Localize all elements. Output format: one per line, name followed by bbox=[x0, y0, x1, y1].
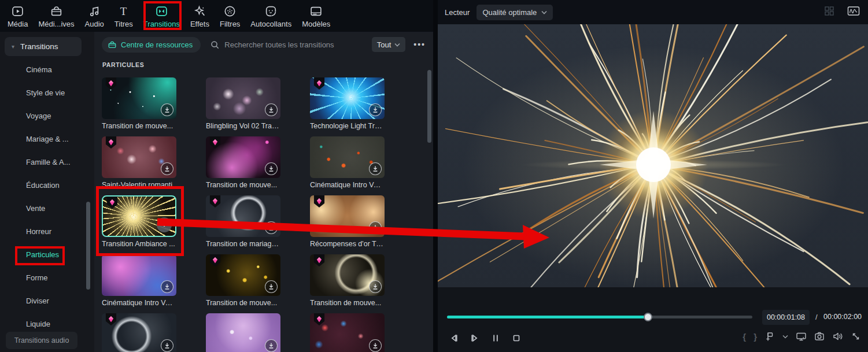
download-icon[interactable] bbox=[265, 162, 278, 175]
transition-card[interactable] bbox=[102, 313, 176, 352]
transition-card[interactable]: Transition de mouve... bbox=[206, 254, 280, 313]
quality-dropdown[interactable]: Qualité optimale bbox=[477, 5, 553, 20]
tab-filters[interactable]: Filtres bbox=[215, 0, 245, 32]
pro-badge-icon bbox=[106, 197, 118, 212]
card-title: Saint-Valentin romanti bbox=[102, 181, 176, 189]
display-device-icon[interactable] bbox=[796, 331, 807, 342]
download-icon[interactable] bbox=[161, 103, 173, 116]
transition-card[interactable]: Transition de mouve... bbox=[102, 77, 176, 136]
audio-transitions-button[interactable]: Transitions audio bbox=[6, 332, 77, 349]
tab-media[interactable]: Média bbox=[2, 0, 33, 32]
transitions-icon bbox=[155, 4, 168, 19]
time-separator: / bbox=[815, 313, 818, 321]
transition-card[interactable]: Transition de mouve... bbox=[206, 136, 280, 195]
card-title: Transition de mouve... bbox=[102, 122, 176, 130]
transition-card-selected[interactable]: + Transition Ambiance ... bbox=[102, 195, 176, 254]
download-icon[interactable] bbox=[161, 280, 173, 293]
search-input[interactable]: Rechercher toutes les transitions bbox=[210, 40, 367, 50]
mark-in-icon[interactable]: { bbox=[743, 332, 746, 342]
fullscreen-icon[interactable] bbox=[851, 331, 861, 342]
sidebar-item-cinema[interactable]: Cinéma bbox=[0, 58, 94, 81]
chevron-down-icon bbox=[394, 43, 400, 47]
next-frame-button[interactable] bbox=[468, 331, 482, 345]
video-preview[interactable] bbox=[438, 24, 868, 287]
pro-badge-icon bbox=[313, 77, 325, 92]
add-transition-button[interactable]: + bbox=[157, 217, 172, 232]
download-icon[interactable] bbox=[265, 339, 278, 352]
download-icon[interactable] bbox=[265, 221, 278, 234]
transition-card[interactable]: Saint-Valentin romanti bbox=[102, 136, 176, 195]
download-icon[interactable] bbox=[369, 162, 382, 175]
titles-icon: T bbox=[117, 4, 130, 19]
sidebar-item-style-de-vie[interactable]: Style de vie bbox=[0, 81, 94, 105]
transition-card[interactable] bbox=[206, 313, 280, 352]
card-title: Blingbling Vol 02 Tran... bbox=[206, 122, 280, 130]
current-time: 00:00:01:08 bbox=[762, 310, 810, 325]
sidebar-item-particules[interactable]: Particules bbox=[0, 243, 94, 266]
sidebar-item-horreur[interactable]: Horreur bbox=[0, 220, 94, 243]
sidebar-group-transitions[interactable]: ▾ Transitions bbox=[5, 37, 82, 56]
sidebar-item-famille[interactable]: Famille & A... bbox=[0, 151, 94, 174]
category-sidebar: ▾ Transitions Cinéma Style de vie Voyage… bbox=[0, 32, 94, 352]
download-icon[interactable] bbox=[369, 339, 382, 352]
content-scrollbar[interactable] bbox=[427, 70, 431, 143]
transition-card[interactable]: Cinématique Intro Vol ... bbox=[310, 136, 385, 195]
transition-card[interactable]: Blingbling Vol 02 Tran... bbox=[206, 77, 280, 136]
sidebar-item-forme[interactable]: Forme bbox=[0, 266, 94, 290]
transition-card[interactable] bbox=[310, 313, 385, 352]
seek-bar[interactable] bbox=[447, 316, 752, 318]
transition-card[interactable]: Récompenses d'or Tra... bbox=[310, 195, 385, 254]
tab-templates[interactable]: Modèles bbox=[297, 0, 335, 32]
card-title: Transition de mouve... bbox=[310, 299, 385, 307]
pause-button[interactable] bbox=[489, 331, 503, 345]
scopes-icon[interactable] bbox=[847, 6, 860, 18]
tab-stickers[interactable]: Autocollants bbox=[245, 0, 297, 32]
stop-button[interactable] bbox=[509, 331, 523, 345]
sidebar-item-education[interactable]: Éducation bbox=[0, 174, 94, 197]
transition-card[interactable]: Transition de mouve... bbox=[310, 254, 385, 313]
download-icon[interactable] bbox=[265, 103, 278, 116]
marker-chevron-icon[interactable] bbox=[782, 335, 788, 339]
transitions-panel: Centre de ressources Rechercher toutes l… bbox=[94, 32, 433, 352]
seek-thumb[interactable] bbox=[644, 313, 652, 321]
volume-icon[interactable] bbox=[832, 331, 843, 342]
sidebar-item-voyage[interactable]: Voyage bbox=[0, 105, 94, 128]
sidebar-item-diviser[interactable]: Diviser bbox=[0, 290, 94, 313]
download-icon[interactable] bbox=[369, 221, 382, 234]
mark-out-icon[interactable]: } bbox=[754, 332, 757, 342]
transition-card[interactable]: Cinématique Intro Vol ... bbox=[102, 254, 176, 313]
search-placeholder: Rechercher toutes les transitions bbox=[224, 40, 334, 49]
download-icon[interactable] bbox=[161, 162, 173, 175]
download-icon[interactable] bbox=[369, 280, 382, 293]
section-header: PARTICULES bbox=[102, 61, 144, 68]
download-icon[interactable] bbox=[161, 339, 173, 352]
card-title: Cinématique Intro Vol ... bbox=[102, 299, 176, 307]
search-icon bbox=[210, 40, 220, 50]
transition-card[interactable]: Transition de mariage ... bbox=[206, 195, 280, 254]
sidebar-category-list: Cinéma Style de vie Voyage Mariage & ...… bbox=[0, 58, 94, 336]
chevron-down-icon bbox=[541, 10, 547, 14]
tab-transitions[interactable]: Transitions bbox=[138, 0, 185, 32]
download-icon[interactable] bbox=[265, 280, 278, 293]
pro-badge-icon bbox=[209, 136, 221, 151]
tab-effects[interactable]: Effets bbox=[185, 0, 215, 32]
transition-card[interactable]: Technologie Light Tra... bbox=[310, 77, 385, 136]
tab-stock-media[interactable]: Médi...ives bbox=[33, 0, 79, 32]
card-title: Technologie Light Tra... bbox=[310, 122, 385, 130]
sidebar-item-mariage[interactable]: Mariage & ... bbox=[0, 128, 94, 151]
add-marker-icon[interactable] bbox=[764, 331, 775, 342]
tab-titles[interactable]: T Titres bbox=[109, 0, 138, 32]
total-time: 00:00:02:00 bbox=[823, 313, 862, 321]
snapshot-camera-icon[interactable] bbox=[814, 331, 825, 342]
filter-dropdown[interactable]: Tout bbox=[372, 37, 406, 52]
sidebar-item-vente[interactable]: Vente bbox=[0, 197, 94, 220]
pro-badge-icon bbox=[313, 313, 325, 328]
resource-center-button[interactable]: Centre de ressources bbox=[102, 37, 201, 53]
previous-frame-button[interactable] bbox=[447, 331, 461, 345]
download-icon[interactable] bbox=[369, 103, 382, 116]
sidebar-scrollbar[interactable] bbox=[86, 202, 90, 290]
layout-grid-icon[interactable] bbox=[824, 6, 834, 18]
pro-badge-icon bbox=[105, 136, 117, 151]
tab-audio[interactable]: Audio bbox=[80, 0, 109, 32]
more-options-button[interactable]: ••• bbox=[413, 40, 426, 49]
